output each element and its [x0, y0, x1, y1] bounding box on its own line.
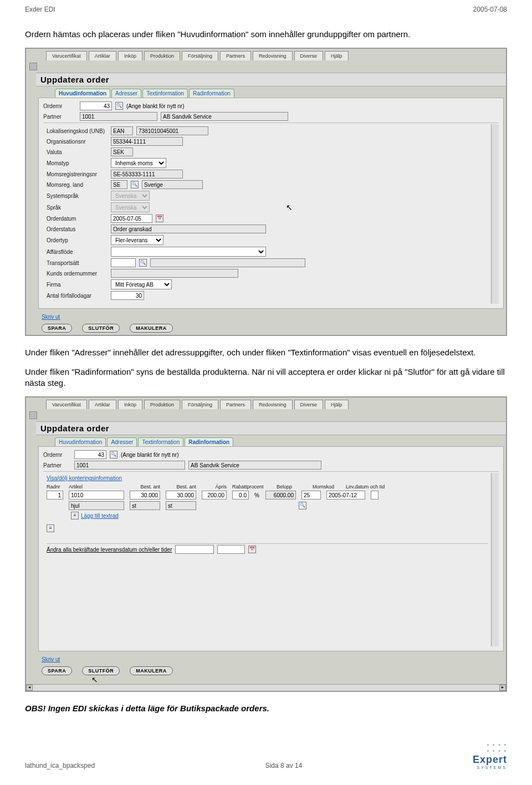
- nav-produktion[interactable]: Produktion: [144, 51, 180, 60]
- hdr-bestant: Best. ant: [130, 484, 160, 490]
- input-partner: [74, 461, 185, 470]
- nav-redovisning[interactable]: Redovisning: [253, 400, 293, 409]
- lbl-kundord: Kunds ordernummer: [47, 271, 108, 277]
- select-ordertyp[interactable]: Fler-leverans: [111, 235, 163, 245]
- scrollbar[interactable]: [491, 473, 499, 646]
- nav-hjalp[interactable]: Hjälp: [325, 51, 349, 60]
- lbl-firma: Firma: [47, 282, 108, 288]
- link-skrivut[interactable]: Skriv ut: [36, 312, 65, 322]
- lbl-lok: Lokaliseringskod (UNB): [47, 128, 108, 134]
- lbl-partner: Partner: [43, 114, 76, 120]
- tab-radinfo[interactable]: Radinformation: [185, 437, 233, 446]
- paragraph-3: Under fliken "Radinformation" syns de be…: [25, 366, 507, 389]
- hdr-levdatum: Lev.datum och tid: [346, 484, 401, 490]
- tab-radinfo[interactable]: Radinformation: [189, 89, 234, 98]
- slutfor-button[interactable]: SLUTFÖR: [82, 324, 120, 333]
- cell-artikel[interactable]: [69, 491, 124, 499]
- search-icon[interactable]: 🔍: [139, 259, 147, 267]
- screenshot-1: Varucertifikat Artiklar Inköp Produktion…: [25, 48, 507, 336]
- page-heading: Uppdatera order: [36, 73, 506, 86]
- link-skrivut[interactable]: Skriv ut: [36, 655, 65, 664]
- makulera-button[interactable]: MAKULERA: [130, 666, 173, 675]
- search-icon[interactable]: 🔍: [110, 451, 117, 458]
- lbl-orderdatum: Orderdatum: [47, 216, 108, 222]
- spara-button[interactable]: SPARA: [42, 324, 72, 333]
- tab-huvudinfo[interactable]: Huvudinformation: [55, 437, 106, 446]
- cursor-icon: ↖: [91, 675, 98, 684]
- cell-rabatt[interactable]: [232, 491, 249, 499]
- logo: • • • •• • • • Expert SYSTEMS: [473, 742, 507, 769]
- textrow-icon[interactable]: ≡: [71, 512, 79, 519]
- input-andra-datum[interactable]: [175, 545, 214, 554]
- calendar-icon[interactable]: 📅: [156, 215, 163, 222]
- select-affar[interactable]: [111, 247, 266, 257]
- h-scrollbar[interactable]: ◄►: [26, 684, 506, 691]
- search-icon[interactable]: 🔍: [115, 102, 123, 110]
- nav-artiklar[interactable]: Artiklar: [89, 400, 116, 409]
- tab-textinfo[interactable]: Textinformation: [138, 437, 183, 446]
- tab-adresser[interactable]: Adresser: [111, 89, 141, 98]
- cell-extra[interactable]: [371, 491, 378, 499]
- cursor-icon: ↖: [286, 203, 293, 212]
- select-firma[interactable]: Mitt Företag AB: [111, 279, 172, 289]
- input-partner-name: [188, 461, 321, 470]
- link-visa[interactable]: Visa/dölj konteringsinformation: [47, 475, 122, 481]
- cell-bestant2[interactable]: [166, 491, 196, 499]
- home-icon[interactable]: [29, 411, 37, 419]
- scrollbar[interactable]: [491, 124, 499, 304]
- link-lagg[interactable]: Lägg till textrad: [81, 513, 119, 519]
- nav-forsaljning[interactable]: Försäljning: [182, 51, 218, 60]
- nav-artiklar[interactable]: Artiklar: [89, 51, 116, 60]
- nav-hjalp[interactable]: Hjälp: [325, 400, 349, 409]
- nav-redovisning[interactable]: Redovisning: [253, 51, 293, 60]
- tab-adresser[interactable]: Adresser: [107, 437, 137, 446]
- input-valuta: [111, 147, 133, 156]
- subtabs: Huvudinformation Adresser Textinformatio…: [36, 86, 506, 98]
- calendar-icon[interactable]: 📅: [248, 546, 256, 553]
- nav-inkop[interactable]: Inköp: [118, 400, 142, 409]
- input-trans[interactable]: [111, 258, 136, 267]
- lbl-sysspr: Systemspråk: [47, 193, 108, 199]
- makulera-button[interactable]: MAKULERA: [130, 324, 173, 333]
- input-org: [111, 137, 183, 146]
- cell-bestant[interactable]: [130, 491, 160, 499]
- input-ordernr[interactable]: [74, 450, 106, 459]
- cell-radnr[interactable]: [47, 491, 63, 499]
- doc-date: 2005-07-08: [473, 6, 507, 13]
- search-icon[interactable]: 🔍: [131, 181, 139, 188]
- nav-produktion[interactable]: Produktion: [144, 400, 180, 409]
- input-orderdatum[interactable]: [111, 214, 152, 223]
- cell-momskod[interactable]: [301, 491, 321, 499]
- nav-forsaljning[interactable]: Försäljning: [182, 400, 218, 409]
- nav-diverse[interactable]: Diverse: [294, 400, 324, 409]
- tab-textinfo[interactable]: Textinformation: [142, 89, 188, 98]
- slutfor-button[interactable]: SLUTFÖR: [82, 666, 120, 675]
- footer-left: lathund_ica_bpacksped: [25, 762, 95, 769]
- top-nav: Varucertifikat Artiklar Inköp Produktion…: [26, 49, 506, 60]
- nav-partners[interactable]: Partners: [220, 51, 251, 60]
- search-icon[interactable]: 🔍: [299, 502, 306, 509]
- home-icon[interactable]: [29, 63, 37, 70]
- nav-partners[interactable]: Partners: [220, 400, 251, 409]
- cell-apris[interactable]: [202, 491, 227, 499]
- select-sysspr: Svenska: [111, 191, 150, 201]
- input-forfall[interactable]: [111, 291, 144, 300]
- cell-levdatum[interactable]: [326, 491, 365, 499]
- input-andra-tid[interactable]: [217, 545, 245, 554]
- footer-mid: Sida 8 av 14: [265, 762, 303, 769]
- input-ordernr[interactable]: [80, 101, 112, 110]
- cell-rabatt-unit: %: [254, 492, 260, 498]
- tab-huvudinfo[interactable]: Huvudinformation: [55, 89, 110, 98]
- nav-varucertifikat[interactable]: Varucertifikat: [46, 51, 87, 60]
- row-icon[interactable]: ≡: [47, 524, 54, 532]
- nav-varucertifikat[interactable]: Varucertifikat: [46, 400, 87, 409]
- lbl-momstyp: Momstyp: [47, 160, 108, 166]
- select-momstyp[interactable]: Inhemsk moms: [111, 158, 166, 168]
- paragraph-2: Under fliken "Adresser" innehåller det a…: [25, 347, 507, 358]
- nav-inkop[interactable]: Inköp: [118, 51, 142, 60]
- nav-diverse[interactable]: Diverse: [294, 51, 324, 60]
- spara-button[interactable]: SPARA: [42, 666, 72, 675]
- cell-unit: [130, 501, 160, 510]
- lbl-org: Organisationsnr: [47, 139, 108, 145]
- lbl-affar: Affärsflöde: [47, 249, 108, 255]
